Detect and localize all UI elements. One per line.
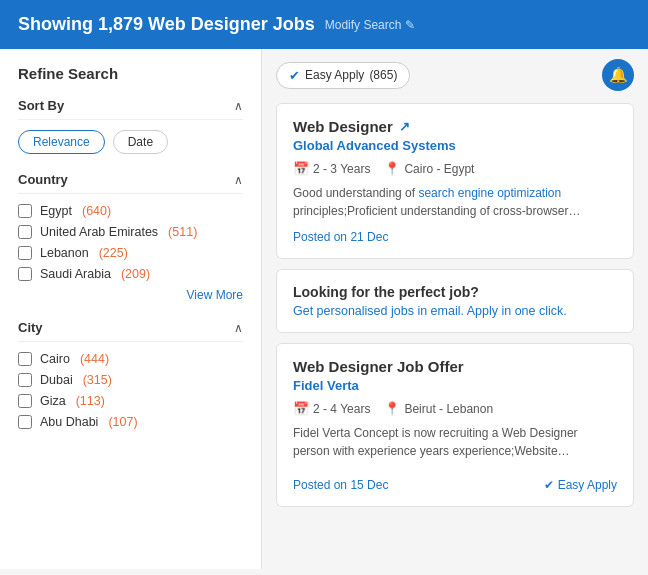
job-card-2: Web Designer Job Offer Fidel Verta 📅 2 -… [276, 343, 634, 507]
easy-apply-label-2: Easy Apply [558, 478, 617, 492]
location-icon-1: 📍 [384, 161, 400, 176]
filter-abudhabi: Abu Dhabi (107) [18, 415, 243, 429]
filter-dubai-count: (315) [83, 373, 112, 387]
filter-abudhabi-count: (107) [108, 415, 137, 429]
checkbox-abudhabi[interactable] [18, 415, 32, 429]
location-text-2: Beirut - Lebanon [404, 402, 493, 416]
notification-button[interactable]: 🔔 [602, 59, 634, 91]
job-title-2: Web Designer Job Offer [293, 358, 617, 375]
filter-saudi-label: Saudi Arabia [40, 267, 111, 281]
city-label: City [18, 320, 43, 335]
filter-saudi-count: (209) [121, 267, 150, 281]
page-title: Showing 1,879 Web Designer Jobs [18, 14, 315, 35]
sort-by-chevron-icon: ∧ [234, 99, 243, 113]
filter-giza-label: Giza [40, 394, 66, 408]
city-section: City ∧ Cairo (444) Dubai (315) Giza (113… [18, 320, 243, 429]
sidebar-title: Refine Search [18, 65, 243, 82]
experience-meta-1: 📅 2 - 3 Years [293, 161, 370, 176]
sort-by-label: Sort By [18, 98, 64, 113]
easy-apply-filter-count: (865) [369, 68, 397, 82]
easy-apply-check-icon-2: ✔ [544, 478, 554, 492]
checkbox-lebanon[interactable] [18, 246, 32, 260]
filter-cairo-count: (444) [80, 352, 109, 366]
sort-by-section: Sort By ∧ Relevance Date [18, 98, 243, 154]
bell-icon: 🔔 [609, 66, 628, 84]
easy-apply-badge-2[interactable]: ✔ Easy Apply [544, 478, 617, 492]
job-title-1: Web Designer ↗ [293, 118, 617, 135]
country-header: Country ∧ [18, 172, 243, 194]
location-meta-1: 📍 Cairo - Egypt [384, 161, 474, 176]
filter-lebanon-count: (225) [99, 246, 128, 260]
job-meta-2: 📅 2 - 4 Years 📍 Beirut - Lebanon [293, 401, 617, 416]
sort-options: Relevance Date [18, 130, 243, 154]
job-title-text-1: Web Designer [293, 118, 393, 135]
promo-title: Looking for the perfect job? [293, 284, 617, 300]
modify-search-label: Modify Search [325, 18, 402, 32]
company-name-2: Fidel Verta [293, 378, 617, 393]
checkbox-dubai[interactable] [18, 373, 32, 387]
job-footer-2: Posted on 15 Dec ✔ Easy Apply [293, 468, 617, 492]
external-link-icon-1[interactable]: ↗ [399, 119, 410, 134]
filter-lebanon: Lebanon (225) [18, 246, 243, 260]
posted-date-1: Posted on 21 Dec [293, 230, 617, 244]
job-desc-1: Good understanding of search engine opti… [293, 184, 617, 220]
filter-saudi: Saudi Arabia (209) [18, 267, 243, 281]
sidebar: Refine Search Sort By ∧ Relevance Date C… [0, 49, 262, 569]
filter-giza-count: (113) [76, 394, 105, 408]
experience-meta-2: 📅 2 - 4 Years [293, 401, 370, 416]
experience-text-2: 2 - 4 Years [313, 402, 370, 416]
filter-cairo-label: Cairo [40, 352, 70, 366]
filter-uae-count: (511) [168, 225, 197, 239]
company-name-1: Global Advanced Systems [293, 138, 617, 153]
job-listings: ✔ Easy Apply (865) 🔔 Web Designer ↗ Glob… [262, 49, 648, 569]
filter-egypt-label: Egypt [40, 204, 72, 218]
posted-date-2: Posted on 15 Dec [293, 478, 388, 492]
checkbox-cairo[interactable] [18, 352, 32, 366]
filter-uae-label: United Arab Emirates [40, 225, 158, 239]
sort-by-header: Sort By ∧ [18, 98, 243, 120]
pencil-icon: ✎ [405, 18, 415, 32]
sort-relevance-button[interactable]: Relevance [18, 130, 105, 154]
sort-date-button[interactable]: Date [113, 130, 168, 154]
city-chevron-icon: ∧ [234, 321, 243, 335]
filter-uae: United Arab Emirates (511) [18, 225, 243, 239]
easy-apply-filter-button[interactable]: ✔ Easy Apply (865) [276, 62, 410, 89]
filter-abudhabi-label: Abu Dhabi [40, 415, 98, 429]
location-meta-2: 📍 Beirut - Lebanon [384, 401, 493, 416]
filter-giza: Giza (113) [18, 394, 243, 408]
location-icon-2: 📍 [384, 401, 400, 416]
desc-link-seo[interactable]: search engine optimization [418, 186, 561, 200]
modify-search-link[interactable]: Modify Search ✎ [325, 18, 416, 32]
header: Showing 1,879 Web Designer Jobs Modify S… [0, 0, 648, 49]
filter-lebanon-label: Lebanon [40, 246, 89, 260]
checkbox-saudi[interactable] [18, 267, 32, 281]
calendar-icon-1: 📅 [293, 161, 309, 176]
country-section: Country ∧ Egypt (640) United Arab Emirat… [18, 172, 243, 302]
filter-dubai: Dubai (315) [18, 373, 243, 387]
city-header: City ∧ [18, 320, 243, 342]
country-chevron-icon: ∧ [234, 173, 243, 187]
job-title-text-2: Web Designer Job Offer [293, 358, 464, 375]
easy-apply-check-icon: ✔ [289, 68, 300, 83]
promo-description: Get personalised jobs in email. Apply in… [293, 304, 617, 318]
location-text-1: Cairo - Egypt [404, 162, 474, 176]
checkbox-egypt[interactable] [18, 204, 32, 218]
filter-cairo: Cairo (444) [18, 352, 243, 366]
easy-apply-filter-label: Easy Apply [305, 68, 364, 82]
job-card-1: Web Designer ↗ Global Advanced Systems 📅… [276, 103, 634, 259]
job-meta-1: 📅 2 - 3 Years 📍 Cairo - Egypt [293, 161, 617, 176]
main-layout: Refine Search Sort By ∧ Relevance Date C… [0, 49, 648, 569]
promo-card: Looking for the perfect job? Get persona… [276, 269, 634, 333]
checkbox-giza[interactable] [18, 394, 32, 408]
filter-egypt-count: (640) [82, 204, 111, 218]
checkbox-uae[interactable] [18, 225, 32, 239]
filter-bar: ✔ Easy Apply (865) 🔔 [276, 59, 634, 91]
filter-dubai-label: Dubai [40, 373, 73, 387]
job-desc-2: Fidel Verta Concept is now recruiting a … [293, 424, 617, 460]
calendar-icon-2: 📅 [293, 401, 309, 416]
country-view-more[interactable]: View More [18, 288, 243, 302]
filter-egypt: Egypt (640) [18, 204, 243, 218]
experience-text-1: 2 - 3 Years [313, 162, 370, 176]
country-label: Country [18, 172, 68, 187]
